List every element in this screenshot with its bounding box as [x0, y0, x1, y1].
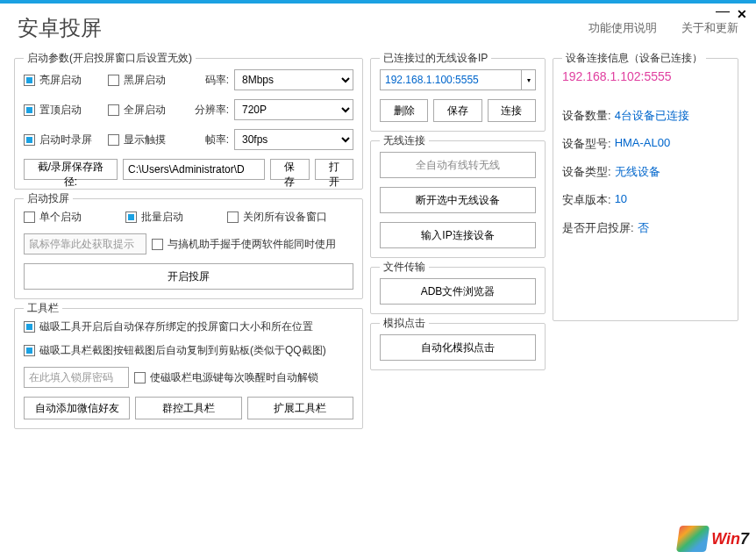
- hint-input[interactable]: [24, 233, 146, 254]
- save-path-open-button[interactable]: 打开: [315, 159, 354, 180]
- show-touch-checkbox[interactable]: 显示触摸: [108, 133, 187, 147]
- device-info-group: 设备连接信息（设备已连接） 192.168.1.102:5555 设备数量:4台…: [553, 58, 738, 321]
- group-title: 无线连接: [380, 133, 429, 148]
- android-value: 10: [615, 192, 627, 208]
- model-value: HMA-AL00: [615, 136, 671, 152]
- fps-select[interactable]: 30fps: [234, 129, 353, 150]
- group-title: 文件传输: [380, 260, 429, 275]
- ip-save-button[interactable]: 保存: [433, 99, 481, 122]
- resolution-select[interactable]: 720P: [234, 99, 353, 120]
- minimize-button[interactable]: —: [716, 4, 730, 19]
- cast-value: 否: [638, 220, 649, 236]
- ip-delete-button[interactable]: 删除: [380, 99, 428, 122]
- magnet-screenshot-checkbox[interactable]: 磁吸工具栏截图按钮截图后自动复制到剪贴板(类似于QQ截图): [24, 343, 326, 358]
- auto-click-button[interactable]: 自动化模拟点击: [380, 334, 536, 361]
- android-label: 安卓版本:: [562, 192, 611, 208]
- group-title: 模拟点击: [380, 316, 429, 331]
- count-value: 4台设备已连接: [615, 108, 689, 124]
- toolbar-group: 工具栏 磁吸工具开启后自动保存所绑定的投屏窗口大小和所在位置 磁吸工具栏截图按钮…: [14, 308, 363, 429]
- cast-label: 是否开启投屏:: [562, 220, 634, 236]
- app-title: 安卓投屏: [18, 14, 102, 42]
- ip-connect-button[interactable]: 连接: [488, 99, 536, 122]
- power-unlock-checkbox[interactable]: 使磁吸栏电源键每次唤醒时自动解锁: [134, 370, 318, 385]
- model-label: 设备型号:: [562, 136, 611, 152]
- bitrate-select[interactable]: 8Mbps: [234, 69, 353, 90]
- start-cast-group: 启动投屏 单个启动 批量启动 关闭所有设备窗口 与搞机助手握手使两软件能同时使用…: [14, 198, 363, 299]
- watermark: Win7: [678, 526, 749, 552]
- windows-logo-icon: [676, 526, 710, 552]
- simulate-group: 模拟点击 自动化模拟点击: [370, 323, 546, 370]
- group-title: 启动参数(开启投屏窗口后设置无效): [24, 51, 196, 66]
- fps-label: 帧率:: [192, 133, 229, 147]
- save-path-label-button[interactable]: 截/录屏保存路径:: [24, 159, 118, 180]
- group-title: 设备连接信息（设备已连接）: [562, 51, 706, 66]
- file-transfer-group: 文件传输 ADB文件浏览器: [370, 267, 546, 314]
- type-value: 无线设备: [615, 164, 660, 180]
- connected-ips-group: 已连接过的无线设备IP ▾ 删除 保存 连接: [370, 58, 546, 132]
- watermark-text: Win7: [711, 530, 749, 548]
- save-path-save-button[interactable]: 保存: [270, 159, 310, 180]
- adb-browser-button[interactable]: ADB文件浏览器: [380, 278, 536, 305]
- current-ip: 192.168.1.102:5555: [562, 69, 672, 83]
- wake-screen-checkbox[interactable]: 亮屏启动: [24, 73, 103, 88]
- magnet-save-checkbox[interactable]: 磁吸工具开启后自动保存所绑定的投屏窗口大小和所在位置: [24, 319, 313, 334]
- lock-password-input[interactable]: [24, 367, 129, 388]
- close-all-checkbox[interactable]: 关闭所有设备窗口: [227, 210, 327, 225]
- help-link[interactable]: 功能使用说明: [588, 20, 657, 36]
- record-checkbox[interactable]: 启动时录屏: [24, 133, 103, 147]
- bitrate-label: 码率:: [192, 73, 229, 88]
- group-title: 已连接过的无线设备IP: [380, 51, 491, 66]
- add-wechat-button[interactable]: 自动添加微信好友: [24, 397, 130, 419]
- window-controls: — ✕: [716, 7, 747, 23]
- auto-convert-button[interactable]: 全自动有线转无线: [380, 152, 536, 178]
- group-title: 启动投屏: [24, 191, 73, 206]
- save-path-input[interactable]: [123, 159, 265, 180]
- startup-params-group: 启动参数(开启投屏窗口后设置无效) 亮屏启动 黑屏启动 码率: 8Mbps 置顶…: [14, 58, 363, 190]
- type-label: 设备类型:: [562, 164, 611, 180]
- input-ip-button[interactable]: 输入IP连接设备: [380, 222, 536, 248]
- group-control-button[interactable]: 群控工具栏: [135, 397, 241, 419]
- close-button[interactable]: ✕: [737, 7, 747, 23]
- disconnect-button[interactable]: 断开选中无线设备: [380, 187, 536, 213]
- topmost-checkbox[interactable]: 置顶启动: [24, 103, 103, 118]
- batch-start-checkbox[interactable]: 批量启动: [125, 210, 222, 225]
- single-start-checkbox[interactable]: 单个启动: [24, 210, 120, 225]
- ip-dropdown-button[interactable]: ▾: [521, 69, 536, 90]
- fullscreen-checkbox[interactable]: 全屏启动: [108, 103, 187, 118]
- count-label: 设备数量:: [562, 108, 611, 124]
- helper-checkbox[interactable]: 与搞机助手握手使两软件能同时使用: [152, 237, 336, 252]
- wireless-group: 无线连接 全自动有线转无线 断开选中无线设备 输入IP连接设备: [370, 140, 546, 258]
- header: 安卓投屏 功能使用说明 关于和更新: [0, 4, 756, 58]
- extend-toolbar-button[interactable]: 扩展工具栏: [247, 397, 353, 419]
- ip-input[interactable]: [380, 69, 521, 90]
- group-title: 工具栏: [24, 301, 62, 316]
- resolution-label: 分辨率:: [192, 103, 229, 118]
- start-cast-button[interactable]: 开启投屏: [24, 263, 353, 290]
- black-screen-checkbox[interactable]: 黑屏启动: [108, 73, 187, 88]
